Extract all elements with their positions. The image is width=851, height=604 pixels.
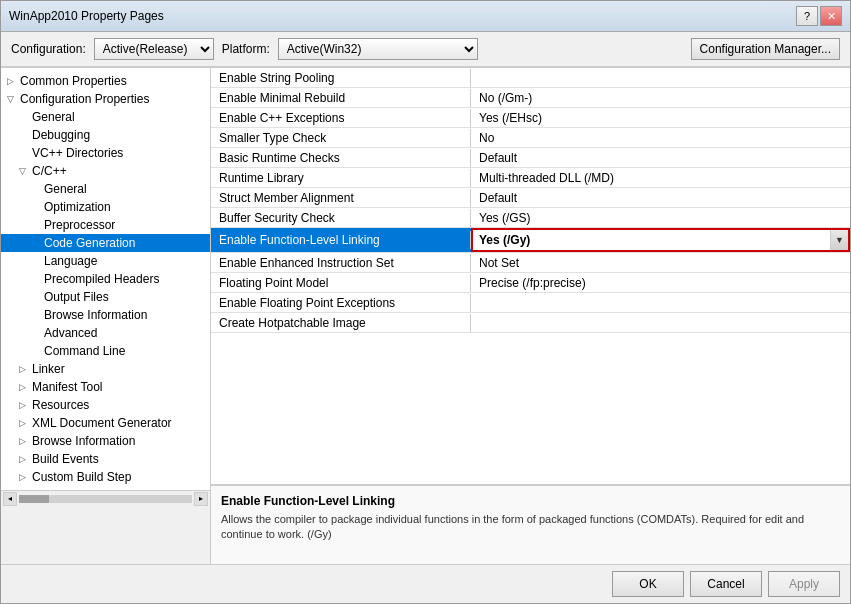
prop-row-smaller-type[interactable]: Smaller Type CheckNo	[211, 128, 850, 148]
sidebar-item-code-gen[interactable]: Code Generation	[1, 234, 210, 252]
prop-name-smaller-type: Smaller Type Check	[211, 129, 471, 147]
ok-button[interactable]: OK	[612, 571, 684, 597]
prop-value-buffer-security: Yes (/GS)	[471, 209, 850, 227]
arrow-icon-config-props: ▽	[7, 94, 17, 104]
prop-row-hotpatch[interactable]: Create Hotpatchable Image	[211, 313, 850, 333]
prop-row-float-except[interactable]: Enable Floating Point Exceptions	[211, 293, 850, 313]
description-text: Allows the compiler to package individua…	[221, 512, 840, 543]
sidebar-label-debugging: Debugging	[32, 128, 90, 142]
prop-name-cpp-exceptions: Enable C++ Exceptions	[211, 109, 471, 127]
title-bar: WinApp2010 Property Pages ? ✕	[1, 1, 850, 32]
sidebar-item-manifest-tool[interactable]: ▷Manifest Tool	[1, 378, 210, 396]
sidebar-item-cmdline[interactable]: Command Line	[1, 342, 210, 360]
sidebar-label-resources: Resources	[32, 398, 89, 412]
sidebar-label-custom-build: Custom Build Step	[32, 470, 131, 484]
right-panel: Enable String PoolingEnable Minimal Rebu…	[211, 68, 850, 564]
prop-name-struct-align: Struct Member Alignment	[211, 189, 471, 207]
sidebar-item-browse-info2[interactable]: ▷Browse Information	[1, 432, 210, 450]
title-controls: ? ✕	[796, 6, 842, 26]
sidebar-item-xml-doc-gen[interactable]: ▷XML Document Generator	[1, 414, 210, 432]
scroll-thumb	[19, 495, 49, 503]
apply-button[interactable]: Apply	[768, 571, 840, 597]
config-manager-button[interactable]: Configuration Manager...	[691, 38, 840, 60]
prop-value-enhanced-instr: Not Set	[471, 254, 850, 272]
horizontal-scrollbar[interactable]: ◂ ▸	[1, 490, 210, 506]
prop-name-float-except: Enable Floating Point Exceptions	[211, 294, 471, 312]
platform-label: Platform:	[222, 42, 270, 56]
prop-row-buffer-security[interactable]: Buffer Security CheckYes (/GS)	[211, 208, 850, 228]
sidebar-item-resources[interactable]: ▷Resources	[1, 396, 210, 414]
sidebar-label-xml-doc-gen: XML Document Generator	[32, 416, 172, 430]
sidebar-item-common-props[interactable]: ▷Common Properties	[1, 72, 210, 90]
sidebar-label-language: Language	[44, 254, 97, 268]
arrow-icon-build-events: ▷	[19, 454, 29, 464]
prop-row-string-pool[interactable]: Enable String Pooling	[211, 68, 850, 88]
sidebar-label-build-events: Build Events	[32, 452, 99, 466]
sidebar-label-linker: Linker	[32, 362, 65, 376]
sidebar-wrapper: ▷Common Properties▽Configuration Propert…	[1, 68, 211, 564]
prop-row-min-rebuild[interactable]: Enable Minimal RebuildNo (/Gm-)	[211, 88, 850, 108]
prop-value-func-level: Yes (/Gy)	[473, 231, 830, 249]
sidebar-item-cpp[interactable]: ▽C/C++	[1, 162, 210, 180]
arrow-icon-browse-info2: ▷	[19, 436, 29, 446]
prop-row-enhanced-instr[interactable]: Enable Enhanced Instruction SetNot Set	[211, 253, 850, 273]
prop-row-basic-runtime[interactable]: Basic Runtime ChecksDefault	[211, 148, 850, 168]
main-content: ▷Common Properties▽Configuration Propert…	[1, 67, 850, 564]
prop-value-float-model: Precise (/fp:precise)	[471, 274, 850, 292]
prop-row-float-model[interactable]: Floating Point ModelPrecise (/fp:precise…	[211, 273, 850, 293]
sidebar-item-advanced[interactable]: Advanced	[1, 324, 210, 342]
sidebar-label-output-files: Output Files	[44, 290, 109, 304]
sidebar-label-advanced: Advanced	[44, 326, 97, 340]
sidebar-label-precomp-hdrs: Precompiled Headers	[44, 272, 159, 286]
prop-dropdown-btn-func-level[interactable]: ▼	[830, 230, 848, 250]
sidebar-label-optimization: Optimization	[44, 200, 111, 214]
sidebar-label-cpp-general: General	[44, 182, 87, 196]
prop-value-container-func-level[interactable]: Yes (/Gy)▼	[471, 228, 850, 252]
prop-value-runtime-lib: Multi-threaded DLL (/MD)	[471, 169, 850, 187]
prop-name-hotpatch: Create Hotpatchable Image	[211, 314, 471, 332]
prop-value-string-pool	[471, 76, 850, 80]
sidebar-item-linker[interactable]: ▷Linker	[1, 360, 210, 378]
arrow-icon-linker: ▷	[19, 364, 29, 374]
sidebar-item-language[interactable]: Language	[1, 252, 210, 270]
description-title: Enable Function-Level Linking	[221, 494, 840, 508]
sidebar-item-preprocessor[interactable]: Preprocessor	[1, 216, 210, 234]
sidebar-item-vc-dirs[interactable]: VC++ Directories	[1, 144, 210, 162]
prop-row-cpp-exceptions[interactable]: Enable C++ ExceptionsYes (/EHsc)	[211, 108, 850, 128]
sidebar-item-output-files[interactable]: Output Files	[1, 288, 210, 306]
sidebar-item-precomp-hdrs[interactable]: Precompiled Headers	[1, 270, 210, 288]
scroll-left-btn[interactable]: ◂	[3, 492, 17, 506]
platform-select[interactable]: Active(Win32)	[278, 38, 478, 60]
cancel-button[interactable]: Cancel	[690, 571, 762, 597]
sidebar: ▷Common Properties▽Configuration Propert…	[1, 68, 211, 490]
prop-name-func-level: Enable Function-Level Linking	[211, 231, 471, 249]
dialog-window: WinApp2010 Property Pages ? ✕ Configurat…	[0, 0, 851, 604]
sidebar-item-config-props[interactable]: ▽Configuration Properties	[1, 90, 210, 108]
sidebar-item-debugging[interactable]: Debugging	[1, 126, 210, 144]
sidebar-label-manifest-tool: Manifest Tool	[32, 380, 102, 394]
prop-value-struct-align: Default	[471, 189, 850, 207]
prop-name-min-rebuild: Enable Minimal Rebuild	[211, 89, 471, 107]
sidebar-item-custom-build[interactable]: ▷Custom Build Step	[1, 468, 210, 486]
sidebar-item-build-events[interactable]: ▷Build Events	[1, 450, 210, 468]
sidebar-item-general[interactable]: General	[1, 108, 210, 126]
prop-row-func-level[interactable]: Enable Function-Level LinkingYes (/Gy)▼	[211, 228, 850, 253]
help-button[interactable]: ?	[796, 6, 818, 26]
description-panel: Enable Function-Level Linking Allows the…	[211, 484, 850, 564]
prop-row-struct-align[interactable]: Struct Member AlignmentDefault	[211, 188, 850, 208]
prop-row-runtime-lib[interactable]: Runtime LibraryMulti-threaded DLL (/MD)	[211, 168, 850, 188]
arrow-icon-manifest-tool: ▷	[19, 382, 29, 392]
config-select[interactable]: Active(Release)	[94, 38, 214, 60]
close-button[interactable]: ✕	[820, 6, 842, 26]
prop-name-runtime-lib: Runtime Library	[211, 169, 471, 187]
prop-value-min-rebuild: No (/Gm-)	[471, 89, 850, 107]
sidebar-label-cmdline: Command Line	[44, 344, 125, 358]
scroll-right-btn[interactable]: ▸	[194, 492, 208, 506]
sidebar-item-optimization[interactable]: Optimization	[1, 198, 210, 216]
sidebar-item-cpp-general[interactable]: General	[1, 180, 210, 198]
sidebar-label-browse-info: Browse Information	[44, 308, 147, 322]
sidebar-item-browse-info[interactable]: Browse Information	[1, 306, 210, 324]
prop-name-basic-runtime: Basic Runtime Checks	[211, 149, 471, 167]
config-bar: Configuration: Active(Release) Platform:…	[1, 32, 850, 67]
arrow-icon-resources: ▷	[19, 400, 29, 410]
